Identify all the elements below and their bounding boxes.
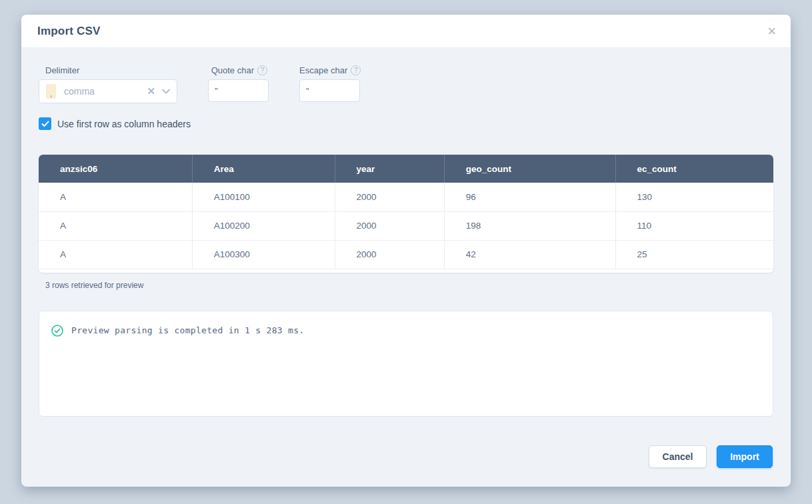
table-row: AA100100200096130: [39, 183, 773, 211]
column-header: ec_count: [615, 155, 773, 183]
chevron-down-icon[interactable]: [162, 89, 170, 94]
delimiter-char-badge: ,: [46, 84, 56, 99]
table-header-row: anzsic06Areayeargeo_countec_count: [39, 155, 773, 183]
table-cell: A: [39, 183, 192, 211]
table-cell: A: [39, 211, 192, 240]
parse-log-panel: Preview parsing is completed in 1 s 283 …: [39, 311, 773, 417]
quote-char-input[interactable]: [208, 79, 269, 102]
preview-row-count-note: 3 rows retrieved for preview: [45, 281, 773, 290]
parse-status-message: Preview parsing is completed in 1 s 283 …: [71, 325, 304, 335]
column-header: anzsic06: [39, 155, 192, 183]
parse-status-line: Preview parsing is completed in 1 s 283 …: [51, 325, 761, 337]
delimiter-field: Delimiter , comma ✕: [39, 65, 177, 103]
dialog-header: Import CSV ×: [21, 15, 791, 48]
table-cell: 25: [615, 240, 773, 269]
table-cell: 198: [444, 211, 615, 240]
table-cell: A100300: [192, 240, 335, 269]
table-cell: 2000: [335, 240, 444, 269]
csv-preview-table: anzsic06Areayeargeo_countec_count AA1001…: [39, 155, 773, 269]
csv-preview-table-card: anzsic06Areayeargeo_countec_count AA1001…: [39, 155, 773, 273]
column-header: year: [335, 155, 444, 183]
cancel-button[interactable]: Cancel: [649, 445, 707, 468]
quote-char-label: Quote char ?: [208, 65, 269, 75]
first-row-header-option[interactable]: Use first row as column headers: [39, 117, 773, 130]
first-row-header-label: Use first row as column headers: [57, 119, 191, 129]
csv-options-row: Delimiter , comma ✕ Quote char ?: [39, 65, 773, 103]
dialog-body: Delimiter , comma ✕ Quote char ?: [21, 48, 791, 487]
delimiter-selected-value: comma: [64, 86, 147, 97]
close-icon[interactable]: ×: [767, 24, 776, 39]
column-header: Area: [192, 155, 335, 183]
column-header: geo_count: [444, 155, 615, 183]
dialog-title: Import CSV: [37, 25, 101, 38]
table-cell: 130: [615, 183, 773, 211]
escape-char-help-icon[interactable]: ?: [351, 65, 361, 75]
table-cell: 2000: [335, 183, 444, 211]
first-row-header-checkbox[interactable]: [39, 117, 51, 130]
escape-char-input[interactable]: [299, 79, 360, 102]
table-header-row: anzsic06Areayeargeo_countec_count: [39, 155, 773, 183]
quote-char-field: Quote char ?: [208, 65, 269, 102]
table-row: AA10030020004225: [39, 240, 773, 269]
table-row: AA1002002000198110: [39, 211, 773, 240]
clear-delimiter-icon[interactable]: ✕: [147, 85, 155, 97]
table-cell: 2000: [335, 211, 444, 240]
escape-char-field: Escape char ?: [299, 65, 362, 102]
delimiter-label: Delimiter: [39, 65, 177, 75]
table-cell: 96: [444, 183, 615, 211]
quote-char-help-icon[interactable]: ?: [257, 65, 267, 75]
table-cell: 42: [444, 240, 615, 269]
table-body: AA100100200096130AA1002002000198110AA100…: [39, 183, 773, 269]
table-cell: A100200: [192, 211, 335, 240]
success-check-icon: [51, 325, 63, 337]
table-cell: A100100: [192, 183, 335, 211]
delimiter-select[interactable]: , comma ✕: [39, 79, 177, 103]
table-cell: A: [39, 240, 192, 269]
import-csv-dialog: Import CSV × Delimiter , comma ✕ Quote c…: [21, 15, 791, 487]
table-cell: 110: [615, 211, 773, 240]
import-button[interactable]: Import: [717, 445, 773, 468]
escape-char-label: Escape char ?: [299, 65, 362, 75]
dialog-footer: Cancel Import: [649, 445, 773, 468]
